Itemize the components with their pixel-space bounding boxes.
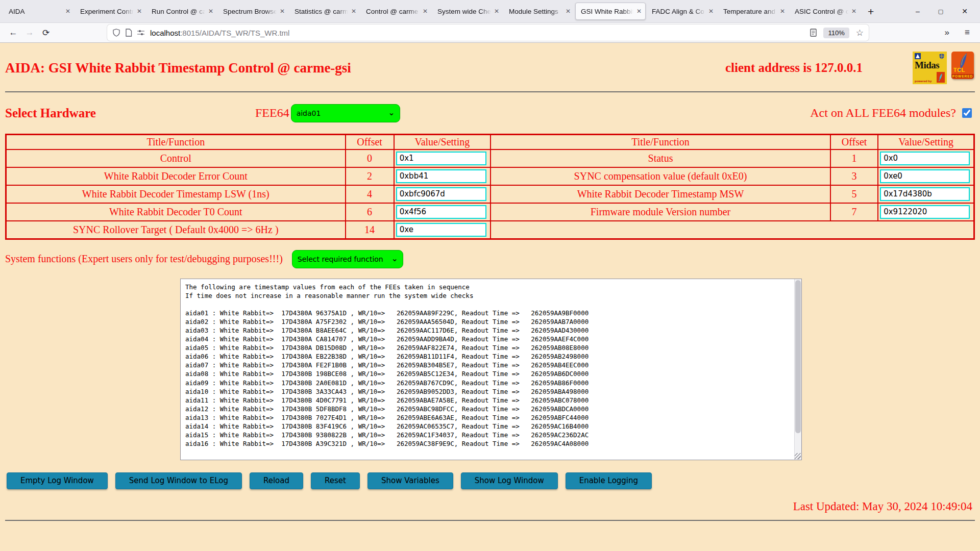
reg-value-input-t0-count[interactable] bbox=[396, 205, 486, 219]
textarea-resize-grip[interactable] bbox=[795, 453, 801, 459]
reg-title: White Rabbit Decoder Error Count bbox=[6, 167, 346, 185]
send-log-to-elog-button[interactable]: Send Log Window to ELog bbox=[115, 472, 242, 489]
midas-logo-text: Midas bbox=[915, 60, 945, 71]
log-scrollbar-thumb[interactable] bbox=[795, 280, 801, 433]
log-textarea[interactable]: The following are timestamp values from … bbox=[181, 279, 794, 460]
reg-offset: 5 bbox=[830, 185, 878, 203]
url-bar[interactable]: localhost:8015/AIDA/TS_WR/TS_WR.tml 110%… bbox=[107, 24, 869, 41]
shield-icon bbox=[112, 29, 120, 37]
window-controls: – ▢ ✕ bbox=[916, 8, 980, 15]
reg-value-input-status[interactable] bbox=[880, 152, 970, 165]
hardware-select-row: Select Hardware FEE64 aida01 ⌄ Act on AL… bbox=[0, 104, 980, 122]
tab-close-icon[interactable]: ✕ bbox=[851, 8, 856, 15]
tab-fadc-align[interactable]: FADC Align & Co✕ bbox=[647, 3, 717, 20]
tab-close-icon[interactable]: ✕ bbox=[636, 8, 642, 15]
col-offset-left: Offset bbox=[346, 135, 394, 149]
tab-label: Temperature and bbox=[723, 8, 778, 15]
reader-mode-icon[interactable] bbox=[810, 29, 817, 37]
table-header-row: Title/Function Offset Value/Setting Titl… bbox=[6, 135, 974, 149]
app-menu-icon[interactable]: ≡ bbox=[965, 28, 970, 38]
tab-close-icon[interactable]: ✕ bbox=[137, 8, 142, 15]
midas-shield-icon bbox=[939, 53, 945, 59]
reg-offset: 2 bbox=[346, 167, 394, 185]
show-variables-button[interactable]: Show Variables bbox=[368, 472, 453, 489]
tab-statistics[interactable]: Statistics @ carm✕ bbox=[289, 3, 360, 20]
enable-logging-button[interactable]: Enable Logging bbox=[566, 472, 652, 489]
tab-gsi-white-rabbit-active[interactable]: GSI White Rabbit✕ bbox=[575, 3, 646, 20]
browser-chrome: AIDA✕ Experiment Contr✕ Run Control @ ca… bbox=[0, 0, 980, 43]
tab-label: Control @ carme bbox=[366, 8, 421, 15]
tab-system-wide-checks[interactable]: System wide Che✕ bbox=[432, 3, 503, 20]
tab-spectrum-browser[interactable]: Spectrum Browse✕ bbox=[218, 3, 288, 20]
midas-logo[interactable]: Midas powered by bbox=[913, 52, 947, 84]
tab-aida[interactable]: AIDA✕ bbox=[4, 3, 74, 20]
reg-value-input-timestamp-lsw[interactable] bbox=[396, 187, 486, 201]
log-window: The following are timestamp values from … bbox=[180, 279, 802, 460]
act-all-checkbox[interactable] bbox=[962, 108, 972, 118]
select-hardware-label: Select Hardware bbox=[5, 106, 96, 120]
tab-close-icon[interactable]: ✕ bbox=[65, 8, 70, 15]
system-functions-row: System functions (Expert users only for … bbox=[0, 250, 980, 268]
reg-title: Control bbox=[6, 149, 346, 167]
navigation-bar: ← → ⟳ localhost:8015/AIDA/TS_WR/TS_WR.tm… bbox=[0, 22, 980, 43]
empty-log-window-button[interactable]: Empty Log Window bbox=[7, 472, 108, 489]
header-divider bbox=[5, 91, 975, 92]
reg-value-input-firmware-version[interactable] bbox=[880, 205, 970, 219]
forward-icon[interactable]: → bbox=[21, 28, 38, 38]
tcl-powered-logo[interactable]: TCL POWERED bbox=[951, 52, 974, 79]
reg-value-input-timestamp-msw[interactable] bbox=[880, 187, 970, 201]
tab-label: Experiment Contr bbox=[80, 8, 135, 15]
page-icon bbox=[125, 29, 132, 37]
tab-module-settings[interactable]: Module Settings✕ bbox=[504, 3, 574, 20]
col-value-setting-right: Value/Setting bbox=[878, 135, 974, 149]
system-function-select[interactable]: Select required function bbox=[292, 250, 403, 268]
maximize-button[interactable]: ▢ bbox=[938, 9, 943, 14]
tab-label: FADC Align & Co bbox=[652, 8, 706, 15]
reload-icon[interactable]: ⟳ bbox=[38, 28, 54, 38]
tab-close-icon[interactable]: ✕ bbox=[566, 8, 571, 15]
tab-close-icon[interactable]: ✕ bbox=[780, 8, 785, 15]
registers-table: Title/Function Offset Value/Setting Titl… bbox=[5, 134, 975, 240]
overflow-menu-icon[interactable]: » bbox=[945, 28, 949, 38]
col-title-function-right: Title/Function bbox=[491, 135, 830, 149]
close-window-button[interactable]: ✕ bbox=[962, 8, 968, 15]
url-path: :8015/AIDA/TS_WR/TS_WR.tml bbox=[180, 29, 289, 37]
reg-value-input-control[interactable] bbox=[396, 152, 486, 165]
tab-control[interactable]: Control @ carme✕ bbox=[361, 3, 431, 20]
reg-value-input-sync-compensation[interactable] bbox=[880, 169, 970, 183]
empty-cell bbox=[491, 221, 974, 239]
tab-close-icon[interactable]: ✕ bbox=[708, 8, 714, 15]
tab-close-icon[interactable]: ✕ bbox=[280, 8, 285, 15]
reset-button[interactable]: Reset bbox=[311, 472, 360, 489]
table-row: White Rabbit Decoder Error Count 2 SYNC … bbox=[6, 167, 974, 185]
log-scrollbar[interactable] bbox=[794, 279, 801, 460]
tab-run-control[interactable]: Run Control @ ca✕ bbox=[146, 3, 217, 20]
reg-offset: 1 bbox=[830, 149, 878, 167]
page-header: AIDA: GSI White Rabbit Timestamp Control… bbox=[0, 43, 980, 87]
col-title-function-left: Title/Function bbox=[6, 135, 346, 149]
tab-close-icon[interactable]: ✕ bbox=[351, 8, 356, 15]
table-row: White Rabbit Decoder T0 Count 6 Firmware… bbox=[6, 203, 974, 221]
last-updated-text: Last Updated: May 30, 2024 10:49:04 bbox=[0, 500, 972, 513]
tab-temperature[interactable]: Temperature and✕ bbox=[718, 3, 789, 20]
table-row: White Rabbit Decoder Timestamp LSW (1ns)… bbox=[6, 185, 974, 203]
fee64-select[interactable]: aida01 bbox=[291, 104, 400, 122]
tab-asic-control[interactable]: ASIC Control @ c✕ bbox=[790, 3, 860, 20]
reg-value-input-sync-rollover[interactable] bbox=[396, 223, 486, 237]
page-title: AIDA: GSI White Rabbit Timestamp Control… bbox=[5, 60, 351, 76]
bookmark-star-icon[interactable]: ☆ bbox=[856, 28, 864, 38]
minimize-button[interactable]: – bbox=[916, 8, 920, 15]
reload-button[interactable]: Reload bbox=[250, 472, 303, 489]
table-row: Control 0 Status 1 bbox=[6, 149, 974, 167]
url-text: localhost:8015/AIDA/TS_WR/TS_WR.tml bbox=[150, 29, 289, 37]
back-icon[interactable]: ← bbox=[5, 28, 21, 38]
show-log-window-button[interactable]: Show Log Window bbox=[461, 472, 558, 489]
new-tab-button[interactable]: + bbox=[868, 6, 874, 17]
tab-label: Spectrum Browse bbox=[223, 8, 278, 15]
zoom-level-badge[interactable]: 110% bbox=[823, 28, 849, 38]
tab-experiment-control[interactable]: Experiment Contr✕ bbox=[75, 3, 145, 20]
tab-close-icon[interactable]: ✕ bbox=[423, 8, 428, 15]
reg-value-input-error-count[interactable] bbox=[396, 169, 486, 183]
tab-close-icon[interactable]: ✕ bbox=[494, 8, 499, 15]
tab-close-icon[interactable]: ✕ bbox=[208, 8, 213, 15]
